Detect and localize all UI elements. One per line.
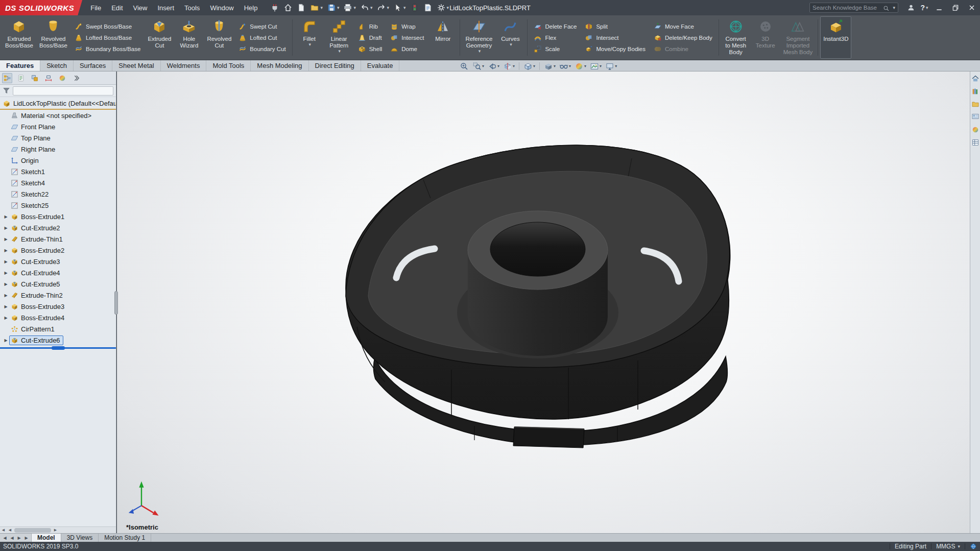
menu-window[interactable]: Window — [205, 0, 238, 15]
tab-sheet-metal[interactable]: Sheet Metal — [112, 60, 160, 71]
globe-icon[interactable] — [970, 543, 977, 550]
part-model[interactable] — [117, 71, 970, 533]
tree-item-boss-extrude1[interactable]: ▶Boss-Extrude1 — [0, 211, 116, 222]
doc-tab-3d-views[interactable]: 3D Views — [61, 534, 99, 542]
ribbon-reference-geometry[interactable]: Reference Geometry▾ — [462, 16, 495, 59]
ribbon-swept-cut[interactable]: Swept Cut — [235, 21, 289, 32]
ribbon-boundary-cut[interactable]: Boundary Cut — [235, 44, 289, 54]
ribbon-rib[interactable]: Rib — [355, 21, 386, 32]
hide-show-items-button[interactable]: ▾ — [558, 61, 572, 71]
menu-file[interactable]: File — [85, 0, 106, 15]
tab-direct-editing[interactable]: Direct Editing — [309, 60, 361, 71]
ribbon-wrap[interactable]: Wrap — [387, 21, 427, 32]
ribbon-revolved-boss-base[interactable]: Revolved Boss/Base — [36, 16, 70, 59]
expand-arrow-icon[interactable]: ▶ — [3, 214, 9, 219]
previous-tab-button[interactable]: ◀ — [9, 536, 15, 540]
units-selector[interactable]: MMGS ▾ — [936, 543, 960, 550]
scroll-left-icon[interactable]: ◀ — [0, 527, 7, 534]
first-tab-button[interactable]: ◀ — [2, 536, 8, 540]
tab-evaluate[interactable]: Evaluate — [361, 60, 400, 71]
tab-sketch[interactable]: Sketch — [40, 60, 74, 71]
doc-tab-model[interactable]: Model — [32, 534, 61, 542]
tree-item-cut-extrude6[interactable]: ▶Cut-Extrude6 — [0, 334, 116, 346]
expand-arrow-icon[interactable]: ▶ — [3, 282, 9, 286]
edit-appearance-button[interactable]: ▾ — [573, 61, 587, 71]
tree-item-boss-extrude3[interactable]: ▶Boss-Extrude3 — [0, 301, 116, 312]
ribbon-move-copy-bodies[interactable]: Move/Copy Bodies — [582, 44, 649, 54]
ribbon-dome[interactable]: Dome — [387, 44, 427, 54]
zoom-to-fit-button[interactable] — [459, 61, 470, 71]
expand-arrow-icon[interactable]: ▶ — [3, 226, 9, 230]
doc-tab-motion-study-1[interactable]: Motion Study 1 — [99, 534, 151, 542]
ribbon-intersect[interactable]: Intersect — [582, 33, 649, 43]
ribbon-lofted-boss-base[interactable]: Lofted Boss/Base — [71, 33, 144, 43]
tree-item-extrude-thin2[interactable]: ▶Extrude-Thin2 — [0, 290, 116, 301]
options-button[interactable]: ▾ — [435, 2, 451, 14]
tree-item-sketch4[interactable]: Sketch4 — [0, 177, 116, 188]
featuremanager-design-tree-tab[interactable] — [2, 73, 12, 83]
ribbon-convert-to-mesh-body[interactable]: Convert to Mesh Body — [721, 16, 751, 59]
expand-arrow-icon[interactable]: ▶ — [3, 338, 9, 343]
apply-scene-button[interactable]: ▾ — [589, 61, 603, 71]
tree-item-cut-extrude5[interactable]: ▶Cut-Extrude5 — [0, 278, 116, 290]
expand-arrow-icon[interactable]: ▶ — [3, 237, 9, 242]
tree-item-boss-extrude4[interactable]: ▶Boss-Extrude4 — [0, 312, 116, 323]
ribbon-swept-boss-base[interactable]: Swept Boss/Base — [71, 21, 144, 32]
panel-flyout-expand[interactable] — [71, 73, 81, 83]
minimize-button[interactable] — [931, 0, 947, 15]
ribbon-linear-pattern[interactable]: Linear Pattern▾ — [324, 16, 354, 59]
tree-item-origin[interactable]: Origin — [0, 155, 116, 166]
ribbon-flex[interactable]: Flex — [531, 33, 580, 43]
ribbon-instant3d[interactable]: Instant3D — [820, 16, 851, 59]
solidworks-resources-button[interactable] — [971, 74, 979, 83]
home-button[interactable] — [282, 2, 294, 14]
tab-surfaces[interactable]: Surfaces — [74, 60, 112, 71]
section-view-button[interactable]: ▾ — [502, 61, 516, 71]
tree-item-sketch1[interactable]: Sketch1 — [0, 166, 116, 177]
tree-item-front-plane[interactable]: Front Plane — [0, 121, 116, 132]
ribbon-shell[interactable]: Shell — [355, 44, 386, 54]
graphics-area[interactable]: *Isometric — [117, 71, 970, 533]
ribbon-delete-face[interactable]: Delete Face — [531, 21, 580, 32]
ribbon-move-face[interactable]: Move Face — [651, 21, 715, 32]
ribbon-draft[interactable]: Draft — [355, 33, 386, 43]
search-input[interactable]: Search Knowledge Base ▾ — [809, 3, 898, 13]
next-tab-button[interactable]: ▶ — [16, 536, 22, 540]
tree-filter[interactable] — [0, 85, 116, 97]
zoom-to-area-button[interactable]: ▾ — [471, 61, 485, 71]
close-button[interactable] — [964, 0, 980, 15]
appearances-scenes-button[interactable] — [971, 125, 979, 134]
display-style-button[interactable]: ▾ — [543, 61, 557, 71]
scroll-left-icon[interactable]: ◀ — [7, 527, 13, 534]
tree-item-sketch25[interactable]: Sketch25 — [0, 200, 116, 211]
scroll-right-icon[interactable]: ▶ — [52, 527, 59, 534]
ribbon-scale[interactable]: Scale — [531, 44, 580, 54]
undo-button[interactable]: ▾ — [358, 2, 374, 14]
menu-help[interactable]: Help — [239, 0, 263, 15]
last-tab-button[interactable]: ▶ — [23, 536, 30, 540]
ribbon-fillet[interactable]: Fillet▾ — [295, 16, 324, 59]
rollback-bar[interactable] — [0, 347, 116, 349]
expand-arrow-icon[interactable]: ▶ — [3, 259, 9, 264]
ribbon-delete-keep-body[interactable]: Delete/Keep Body — [651, 33, 715, 43]
expand-arrow-icon[interactable]: ▶ — [3, 248, 9, 253]
ribbon-intersect[interactable]: Intersect — [387, 33, 427, 43]
search-icon[interactable] — [883, 5, 890, 11]
tree-item-boss-extrude2[interactable]: ▶Boss-Extrude2 — [0, 245, 116, 256]
tree-root-part[interactable]: LidLockTopPlastic (Default<<Default> — [0, 98, 116, 110]
select-button[interactable]: ▾ — [392, 2, 408, 14]
ribbon-mirror[interactable]: Mirror — [428, 16, 458, 59]
restore-button[interactable] — [947, 0, 964, 15]
tree-item-cirpattern1[interactable]: CirPattern1 — [0, 323, 116, 334]
tree-item-sketch22[interactable]: Sketch22 — [0, 188, 116, 200]
menu-edit[interactable]: Edit — [106, 0, 128, 15]
login-button[interactable] — [904, 1, 918, 14]
displaymanager-tab[interactable] — [57, 73, 67, 83]
scrollbar-thumb[interactable] — [14, 528, 51, 533]
save-button[interactable]: ▾ — [325, 2, 341, 14]
ribbon-revolved-cut[interactable]: Revolved Cut — [204, 16, 234, 59]
menu-tools[interactable]: Tools — [179, 0, 205, 15]
ribbon-split[interactable]: Split — [582, 21, 649, 32]
tree-item-right-plane[interactable]: Right Plane — [0, 143, 116, 155]
expand-arrow-icon[interactable]: ▶ — [3, 293, 9, 298]
